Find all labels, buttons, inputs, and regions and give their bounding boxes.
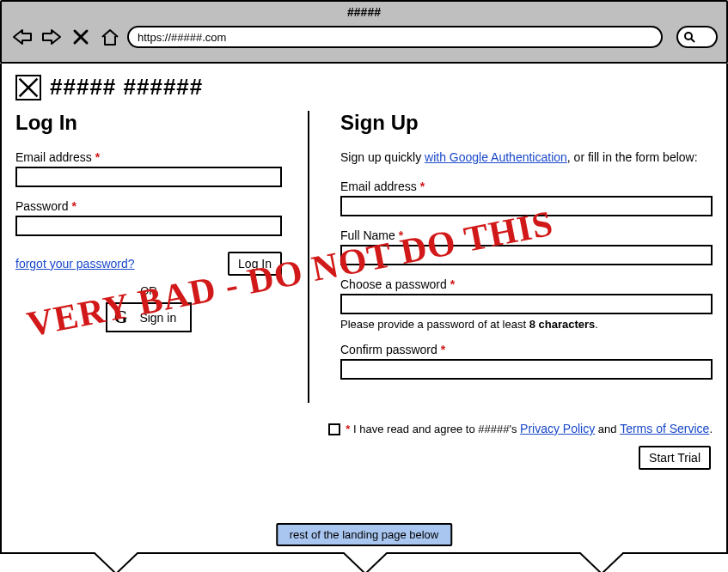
signup-section: Sign Up Sign up quickly with Google Auth… [308, 111, 713, 403]
browser-toolbar: https://#####.com [2, 22, 726, 53]
signup-heading: Sign Up [340, 111, 713, 135]
browser-chrome: ##### https://#####.com [0, 0, 728, 64]
window-title: ##### [2, 2, 726, 22]
search-pill[interactable] [676, 26, 718, 48]
signup-confirmpw-label: Confirm password [340, 343, 437, 356]
login-password-label: Password [15, 199, 68, 213]
google-signin-label: Sign in [139, 311, 176, 325]
login-password-input[interactable] [15, 216, 282, 236]
brand-logo [15, 75, 41, 100]
login-email-input[interactable] [15, 167, 282, 187]
signup-password-input[interactable] [340, 294, 713, 314]
signup-email-input[interactable] [340, 196, 713, 216]
brand-name: ##### ###### [50, 74, 203, 100]
back-button[interactable] [10, 27, 34, 47]
google-auth-link[interactable]: with Google Authentication [425, 150, 567, 164]
forward-button[interactable] [40, 27, 64, 47]
login-heading: Log In [15, 111, 282, 135]
signup-confirm-password-input[interactable] [340, 359, 713, 380]
consent-text: * I have read and agree to #####'s Priva… [346, 422, 713, 435]
signup-fullname-input[interactable] [340, 245, 713, 265]
consent-checkbox[interactable] [328, 423, 340, 435]
rest-of-page-banner: rest of the landing page below [276, 523, 452, 546]
signup-fullname-label: Full Name [340, 228, 395, 242]
forgot-password-link[interactable]: forgot your password? [15, 257, 135, 271]
required-star: * [71, 199, 76, 213]
signup-email-label: Email address [340, 180, 417, 193]
signup-choosepw-label: Choose a password [340, 277, 447, 291]
login-email-label: Email address [15, 150, 92, 164]
signup-intro: Sign up quickly with Google Authenticati… [340, 150, 713, 164]
required-star: * [95, 150, 100, 164]
required-star: * [450, 277, 455, 291]
page-content: ##### ###### Log In Email address * Pass… [0, 64, 728, 572]
login-section: Log In Email address * Password * forgot… [15, 111, 308, 403]
home-button[interactable] [98, 27, 122, 47]
required-star: * [420, 180, 425, 193]
consent-row: * I have read and agree to #####'s Priva… [15, 422, 713, 435]
search-icon [683, 31, 695, 43]
svg-point-0 [685, 33, 692, 40]
url-text: https://#####.com [138, 31, 226, 44]
privacy-policy-link[interactable]: Privacy Policy [520, 422, 595, 435]
terms-of-service-link[interactable]: Terms of Service [620, 422, 709, 435]
required-star: * [399, 228, 403, 242]
google-signin-button[interactable]: G Sign in [106, 302, 192, 332]
password-help-text: Please provide a password of at least 8 … [340, 318, 713, 331]
start-trial-button[interactable]: Start Trial [639, 446, 711, 470]
url-bar[interactable]: https://#####.com [127, 26, 663, 48]
torn-edge-decoration [0, 551, 728, 572]
brand-row: ##### ###### [15, 74, 713, 100]
required-star: * [441, 343, 445, 356]
login-submit-button[interactable]: Log In [228, 252, 282, 276]
google-icon: G [114, 307, 128, 327]
or-divider: OR [15, 284, 282, 297]
stop-button[interactable] [69, 27, 93, 47]
